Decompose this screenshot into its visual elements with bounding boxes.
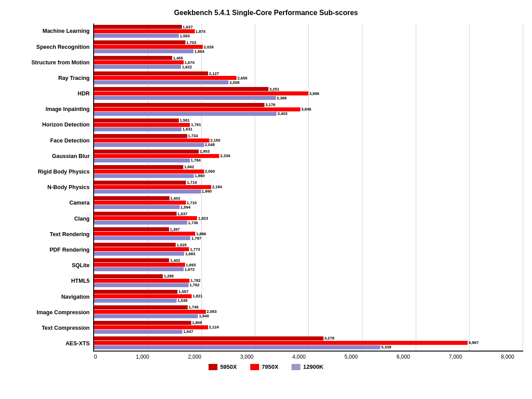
bar-18-1 bbox=[94, 310, 206, 314]
bar-row-4-2: 3,388 bbox=[94, 96, 523, 100]
bar-group-11: 1,4031,7101,594 bbox=[94, 195, 523, 210]
y-label-hdr: HDR bbox=[9, 91, 90, 97]
bar-row-12-1: 1,923 bbox=[94, 216, 523, 220]
bar-10-0 bbox=[94, 181, 186, 185]
bar-group-17: 1,5571,8211,538 bbox=[94, 289, 523, 304]
bar-value-16-1: 1,782 bbox=[190, 278, 201, 283]
bar-value-14-0: 1,525 bbox=[177, 243, 187, 247]
bar-row-5-0: 3,176 bbox=[94, 103, 523, 107]
legend-color-12900k bbox=[292, 364, 300, 370]
bar-17-0 bbox=[94, 290, 177, 294]
bar-9-1 bbox=[94, 170, 204, 174]
x-label-5: 5,000 bbox=[344, 354, 358, 360]
bar-13-2 bbox=[94, 236, 190, 240]
bar-2-0 bbox=[94, 56, 172, 60]
bar-row-18-2: 1,940 bbox=[94, 314, 523, 318]
bar-value-19-0: 1,809 bbox=[192, 320, 202, 325]
bar-value-18-2: 1,940 bbox=[199, 314, 209, 318]
bar-value-9-1: 2,050 bbox=[205, 169, 215, 174]
bar-11-2 bbox=[94, 205, 180, 209]
bar-row-14-0: 1,525 bbox=[94, 243, 523, 247]
bar-17-2 bbox=[94, 299, 177, 303]
bar-12-2 bbox=[94, 221, 187, 225]
bar-row-10-2: 1,990 bbox=[94, 190, 523, 194]
legend-color-7950x bbox=[250, 364, 259, 370]
bar-value-17-0: 1,557 bbox=[178, 289, 189, 294]
x-label-4: 4,000 bbox=[292, 354, 306, 360]
x-label-8: 8,000 bbox=[501, 354, 514, 360]
bar-7-1 bbox=[94, 138, 209, 142]
bar-8-1 bbox=[94, 154, 219, 158]
bar-value-5-2: 3,403 bbox=[277, 111, 288, 116]
bar-14-0 bbox=[94, 243, 176, 247]
bar-value-2-0: 1,455 bbox=[173, 56, 183, 60]
bar-group-12: 1,5371,9231,736 bbox=[94, 211, 523, 225]
bar-group-18: 1,7452,0831,940 bbox=[94, 304, 523, 319]
bar-row-2-0: 1,455 bbox=[94, 56, 523, 60]
bar-value-12-1: 1,923 bbox=[198, 216, 208, 221]
bar-row-6-0: 1,581 bbox=[94, 119, 523, 122]
y-label-text-compression: Text Compression bbox=[9, 325, 90, 331]
bar-row-2-2: 1,622 bbox=[94, 65, 523, 69]
y-label-face-detection: Face Detection bbox=[9, 138, 90, 144]
bar-row-4-1: 3,996 bbox=[94, 91, 523, 95]
chart-area: Machine LearningSpeech RecognitionStruct… bbox=[9, 24, 523, 352]
y-label-speech-recognition: Speech Recognition bbox=[9, 44, 90, 50]
bar-value-11-0: 1,403 bbox=[170, 196, 181, 201]
bar-row-6-2: 1,631 bbox=[94, 127, 523, 131]
x-label-6: 6,000 bbox=[397, 354, 410, 360]
bar-row-0-1: 1,874 bbox=[94, 29, 523, 33]
bar-12-0 bbox=[94, 212, 177, 216]
bar-row-0-2: 1,583 bbox=[94, 34, 523, 38]
bar-value-12-2: 1,736 bbox=[188, 221, 198, 225]
bar-value-6-1: 1,791 bbox=[191, 122, 201, 127]
bar-value-8-2: 1,784 bbox=[191, 158, 201, 162]
bar-row-8-0: 1,953 bbox=[94, 150, 523, 154]
bar-5-2 bbox=[94, 112, 276, 116]
bar-value-20-2: 5,339 bbox=[381, 345, 391, 349]
bar-row-14-2: 1,683 bbox=[94, 252, 523, 256]
legend-color-5950x bbox=[209, 364, 217, 370]
bar-16-2 bbox=[94, 283, 189, 287]
bar-6-1 bbox=[94, 123, 190, 127]
bar-15-2 bbox=[94, 267, 184, 271]
y-label-text-rendering: Text Rendering bbox=[9, 232, 90, 237]
bar-16-1 bbox=[94, 279, 189, 283]
bar-9-2 bbox=[94, 174, 194, 178]
bar-value-15-2: 1,672 bbox=[185, 267, 195, 272]
bar-20-2 bbox=[94, 345, 380, 349]
bar-value-9-2: 1,860 bbox=[195, 174, 205, 178]
bar-1-2 bbox=[94, 49, 193, 53]
bar-row-9-0: 1,662 bbox=[94, 165, 523, 169]
bar-row-10-0: 1,714 bbox=[94, 181, 523, 185]
bar-13-1 bbox=[94, 232, 195, 236]
bar-15-0 bbox=[94, 258, 169, 262]
bar-value-5-0: 3,176 bbox=[265, 103, 276, 107]
bar-0-0 bbox=[94, 25, 182, 29]
bar-value-10-0: 1,714 bbox=[187, 180, 197, 185]
y-label-clang: Clang bbox=[9, 216, 90, 222]
bar-row-9-2: 1,860 bbox=[94, 174, 523, 178]
bar-13-0 bbox=[94, 227, 169, 231]
y-label-machine-learning: Machine Learning bbox=[9, 28, 90, 34]
bar-group-3: 2,1272,6552,508 bbox=[94, 71, 523, 85]
bar-value-20-1: 6,967 bbox=[469, 340, 479, 345]
bar-4-2 bbox=[94, 96, 276, 100]
bar-2-1 bbox=[94, 60, 184, 64]
legend-item-7950x: 7950X bbox=[250, 363, 279, 370]
bar-9-0 bbox=[94, 165, 183, 169]
bar-value-6-0: 1,581 bbox=[180, 118, 190, 122]
bar-19-1 bbox=[94, 325, 208, 329]
bar-row-17-2: 1,538 bbox=[94, 299, 523, 303]
legend-label-5950x: 5950X bbox=[220, 363, 237, 370]
bar-group-9: 1,6622,0501,860 bbox=[94, 164, 523, 179]
bar-row-11-0: 1,403 bbox=[94, 196, 523, 200]
bar-group-4: 3,2513,9963,388 bbox=[94, 86, 523, 101]
bar-row-2-1: 1,670 bbox=[94, 60, 523, 64]
legend: 5950X7950X12900K bbox=[9, 363, 523, 370]
bar-group-13: 1,3971,8861,797 bbox=[94, 226, 523, 241]
bar-value-11-1: 1,710 bbox=[187, 201, 197, 205]
bar-10-2 bbox=[94, 190, 201, 194]
bar-value-13-2: 1,797 bbox=[191, 236, 201, 241]
plot-area: 1,6371,8741,5831,7032,0261,8541,4551,670… bbox=[93, 24, 523, 352]
